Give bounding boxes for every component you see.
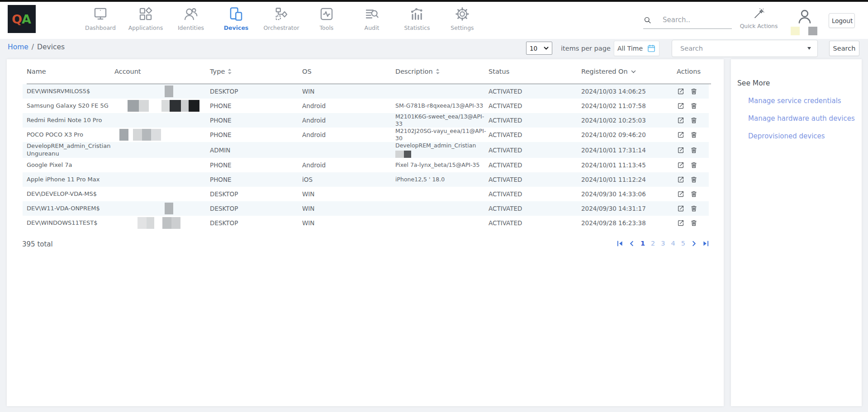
- row-actions: [677, 219, 709, 227]
- connect-device-button[interactable]: [677, 131, 685, 139]
- table-row[interactable]: Apple iPhone 11 Pro Max PHONE iOS iPhone…: [23, 172, 709, 187]
- redacted-block: [171, 217, 180, 229]
- table-row[interactable]: DEV\WINDOWS11TEST$ DESKTOP WIN ACTIVATED…: [23, 216, 709, 230]
- redacted-block: [181, 100, 189, 112]
- page-number-2[interactable]: 2: [651, 240, 655, 247]
- column-header-name: Name: [27, 68, 114, 75]
- device-status-badge: ACTIVATED: [489, 88, 581, 95]
- table-row[interactable]: POCO POCO X3 Pro PHONE Android M2102J20S…: [23, 128, 709, 142]
- first-page-icon[interactable]: [617, 241, 623, 246]
- see-more-link[interactable]: Manage hardware auth devices: [748, 114, 862, 123]
- row-actions: [677, 190, 709, 198]
- redacted-block: [142, 129, 151, 141]
- quick-actions-button[interactable]: Quick Actions: [737, 7, 780, 29]
- delete-device-button[interactable]: [690, 87, 698, 95]
- sort-both-icon: [436, 68, 440, 75]
- table-row[interactable]: Redmi Redmi Note 10 Pro PHONE Android M2…: [23, 113, 709, 128]
- nav-item-identities[interactable]: Identities: [168, 6, 213, 31]
- connect-device-button[interactable]: [677, 219, 685, 227]
- items-per-page-value: 10: [530, 45, 537, 52]
- sort-desc-icon: [631, 70, 636, 73]
- last-page-icon[interactable]: [703, 241, 709, 246]
- nav-item-dashboard[interactable]: Dashboard: [78, 6, 123, 31]
- delete-device-button[interactable]: [690, 190, 698, 198]
- device-type: DESKTOP: [210, 190, 302, 198]
- column-header-type[interactable]: Type: [210, 68, 302, 75]
- delete-device-button[interactable]: [690, 204, 698, 213]
- page-number-5[interactable]: 5: [681, 240, 685, 247]
- connect-device-button[interactable]: [677, 116, 685, 124]
- connect-device-button[interactable]: [677, 190, 685, 198]
- column-header-account: Account: [114, 68, 210, 75]
- nav-item-audit[interactable]: Audit: [349, 6, 394, 31]
- nav-label: Audit: [365, 24, 379, 31]
- nav-item-settings[interactable]: Settings: [440, 6, 485, 31]
- table-header-row: Name Account Type OS Description Status …: [27, 59, 711, 84]
- see-more-link[interactable]: Deprovisioned devices: [748, 132, 862, 140]
- delete-device-button[interactable]: [690, 146, 698, 154]
- page-number-4[interactable]: 4: [671, 240, 675, 247]
- table-row[interactable]: DEV\DEVELOP-VDA-MS$ DESKTOP WIN ACTIVATE…: [23, 187, 709, 201]
- nav-item-devices[interactable]: Devices: [213, 6, 259, 31]
- breadcrumb-separator: /: [32, 43, 34, 51]
- user-avatar-icon[interactable]: [796, 7, 814, 25]
- nav-item-tools[interactable]: Tools: [304, 6, 349, 31]
- next-page-icon[interactable]: [691, 241, 697, 246]
- connect-device-button[interactable]: [677, 175, 685, 184]
- device-status-badge: ACTIVATED: [489, 219, 581, 227]
- breadcrumb: Home/Devices: [8, 43, 65, 51]
- device-registered-on: 2024/10/02 11:07:58: [581, 102, 677, 109]
- logout-button[interactable]: Logout: [829, 13, 855, 28]
- redacted-block: [404, 151, 411, 158]
- table-row[interactable]: DevelopREM_admin_Cristian Ungureanu ADMI…: [23, 142, 709, 158]
- device-registered-on: 2024/10/01 11:12:24: [581, 176, 677, 183]
- prev-page-icon[interactable]: [629, 241, 635, 246]
- nav-item-orchestrator[interactable]: Orchestrator: [259, 6, 304, 31]
- delete-device-button[interactable]: [690, 131, 698, 139]
- column-header-registered-on[interactable]: Registered On: [581, 68, 677, 75]
- table-row[interactable]: DEV\WINSRVMILOS5$ DESKTOP WIN ACTIVATED …: [23, 84, 709, 99]
- device-description: iPhone12,5 ' 18.0: [395, 176, 489, 183]
- device-status-badge: ACTIVATED: [489, 102, 581, 109]
- device-name: DEV\DEVELOP-VDA-MS$: [27, 190, 114, 198]
- nav-item-applications[interactable]: Applications: [123, 6, 168, 31]
- nav-item-statistics[interactable]: Statistics: [394, 6, 440, 31]
- page-number-3[interactable]: 3: [661, 240, 665, 247]
- device-os: Android: [302, 102, 395, 109]
- connect-device-button[interactable]: [677, 146, 685, 154]
- delete-device-button[interactable]: [690, 116, 698, 124]
- search-filter-value: Search: [680, 45, 703, 52]
- breadcrumb-home-link[interactable]: Home: [8, 43, 28, 51]
- connect-device-button[interactable]: [677, 87, 685, 95]
- items-per-page-select[interactable]: 10: [526, 42, 552, 55]
- connect-device-button[interactable]: [677, 102, 685, 110]
- table-row[interactable]: Samsung Galaxy S20 FE 5G PHONE Android S…: [23, 99, 709, 113]
- header-search-input[interactable]: [662, 15, 730, 24]
- delete-device-button[interactable]: [690, 219, 698, 227]
- app-logo[interactable]: QA: [8, 5, 36, 33]
- connect-device-button[interactable]: [677, 204, 685, 213]
- search-filter-dropdown[interactable]: Search: [672, 40, 818, 57]
- connect-device-button[interactable]: [677, 161, 685, 169]
- row-actions: [677, 131, 709, 139]
- time-filter-button[interactable]: All Time: [614, 41, 659, 56]
- see-more-link[interactable]: Manage service credentials: [748, 97, 862, 105]
- device-status-badge: ACTIVATED: [489, 161, 581, 169]
- search-button[interactable]: Search: [829, 41, 859, 56]
- nav-label: Devices: [224, 24, 249, 31]
- device-type: DESKTOP: [210, 88, 302, 95]
- table-row[interactable]: DEV\W11-VDA-ONPREM$ DESKTOP WIN ACTIVATE…: [23, 201, 709, 216]
- page-number-1[interactable]: 1: [640, 240, 645, 247]
- row-actions: [677, 146, 709, 154]
- see-more-links: Manage service credentialsManage hardwar…: [731, 97, 862, 140]
- delete-device-button[interactable]: [690, 102, 698, 110]
- table-row[interactable]: Google Pixel 7a PHONE Android Pixel 7a-l…: [23, 158, 709, 172]
- column-header-description[interactable]: Description: [395, 68, 489, 75]
- top-strip: [0, 0, 868, 2]
- delete-device-button[interactable]: [690, 161, 698, 169]
- search-icon: [643, 16, 652, 24]
- row-actions: [677, 204, 709, 213]
- table-body: DEV\WINSRVMILOS5$ DESKTOP WIN ACTIVATED …: [7, 84, 724, 230]
- delete-device-button[interactable]: [690, 175, 698, 184]
- header-search: [643, 15, 732, 29]
